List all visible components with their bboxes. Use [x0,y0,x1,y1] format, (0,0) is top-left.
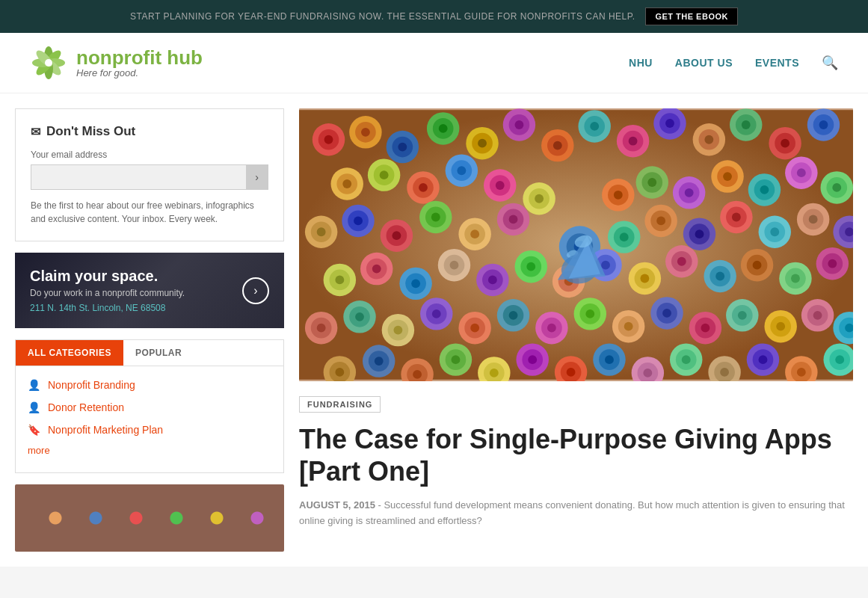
svg-point-262 [835,355,844,364]
svg-point-94 [832,183,841,192]
categories-more-link[interactable]: more [16,441,283,465]
claim-content: Claim your space. Do your work in a nonp… [30,268,269,313]
article-date: AUGUST 5, 2015 [299,499,375,511]
svg-point-100 [354,216,363,225]
dont-miss-widget: ✉ Don't Miss Out Your email address › Be… [15,108,284,241]
header: nonprofit hub Here for good. NHU ABOUT U… [0,33,868,93]
ebook-cta-button[interactable]: GET THE EBOOK [645,7,738,25]
tab-popular[interactable]: POPULAR [123,340,194,366]
svg-point-97 [317,227,326,236]
svg-point-12 [324,135,333,144]
svg-point-60 [419,183,428,192]
tab-all-categories[interactable]: ALL CATEGORIES [16,340,123,366]
svg-point-39 [665,119,674,128]
logo-icon [30,44,67,81]
svg-point-106 [431,213,440,222]
svg-point-130 [809,215,818,224]
svg-point-175 [828,259,837,268]
svg-point-259 [797,368,806,377]
svg-point-193 [509,311,518,320]
svg-point-181 [355,312,364,321]
svg-point-226 [375,357,384,366]
svg-point-121 [695,229,704,238]
svg-point-196 [547,324,556,333]
svg-point-127 [770,227,779,236]
sidebar: ✉ Don't Miss Out Your email address › Be… [15,108,284,552]
email-input[interactable] [31,166,246,189]
email-submit-button[interactable]: › [246,165,268,189]
category-label-nonprofit-branding: Nonprofit Branding [48,379,135,391]
svg-point-76 [614,191,623,200]
svg-point-148 [488,276,497,285]
logo-text: nonprofit hub Here for good. [76,48,203,78]
svg-point-217 [813,311,822,320]
svg-point-109 [470,229,479,238]
article-title: The Case for Single-Purpose Giving Apps … [299,423,853,487]
claim-space-banner[interactable]: Claim your space. Do your work in a nonp… [15,253,284,328]
svg-point-214 [776,322,785,331]
main-nav: NHU ABOUT US EVENTS 🔍 [629,55,838,71]
svg-point-151 [526,262,535,271]
svg-point-145 [450,261,459,270]
svg-point-157 [601,261,610,270]
svg-point-79 [647,178,656,187]
nav-item-about[interactable]: ABOUT US [675,57,733,69]
svg-point-190 [470,324,479,333]
svg-point-54 [342,179,351,188]
category-item-donor-retention[interactable]: 👤 Donor Retention [16,396,283,419]
svg-point-199 [585,309,594,318]
svg-point-88 [760,185,769,194]
svg-point-73 [535,194,544,203]
person-icon-2: 👤 [28,401,40,413]
svg-point-163 [677,257,686,266]
svg-point-232 [452,355,461,364]
svg-point-172 [791,274,800,283]
svg-point-82 [685,188,694,197]
category-item-marketing-plan[interactable]: 🔖 Nonprofit Marketing Plan [16,419,283,441]
svg-point-235 [490,369,499,377]
banner-text: START PLANNING FOR YEAR-END FUNDRAISING … [130,11,635,22]
svg-point-136 [335,276,344,285]
svg-point-91 [797,168,806,177]
svg-point-187 [432,309,441,318]
svg-point-238 [528,355,537,364]
email-input-row: › [31,164,268,190]
claim-address: 211 N. 14th St. Lincoln, NE 68508 [30,303,185,313]
svg-point-244 [605,355,614,364]
search-button[interactable]: 🔍 [822,55,838,71]
svg-point-18 [398,143,407,152]
category-label-marketing-plan: Nonprofit Marketing Plan [48,424,163,436]
svg-point-85 [723,172,732,181]
svg-point-178 [317,324,326,333]
pencil-preview [15,484,284,552]
logo-name: nonprofit hub [76,48,203,67]
tag-icon: 🔖 [28,424,40,436]
svg-point-24 [478,139,487,148]
svg-point-166 [715,272,724,281]
sidebar-bottom-image [15,484,284,552]
dont-miss-title: ✉ Don't Miss Out [31,124,268,139]
pencil-tips-image [299,108,853,381]
svg-point-103 [392,231,401,240]
svg-point-247 [643,369,652,377]
nav-item-nhu[interactable]: NHU [629,57,653,69]
svg-point-124 [732,213,741,222]
categories-list: 👤 Nonprofit Branding 👤 Donor Retention 🔖… [16,366,283,472]
claim-title: Claim your space. [30,268,185,285]
categories-tabs: ALL CATEGORIES POPULAR [16,340,283,366]
email-label: Your email address [31,150,268,160]
svg-point-66 [496,181,505,190]
claim-arrow-button[interactable]: › [242,277,269,304]
svg-point-21 [439,124,448,133]
article-tag[interactable]: FUNDRAISING [299,396,381,413]
svg-point-205 [662,309,671,318]
svg-point-250 [682,355,691,364]
nav-item-events[interactable]: EVENTS [755,57,799,69]
svg-point-30 [553,141,562,150]
svg-point-184 [393,326,402,335]
svg-point-15 [361,128,370,137]
svg-point-33 [590,122,599,131]
envelope-icon: ✉ [31,125,40,139]
content-area: FUNDRAISING The Case for Single-Purpose … [299,108,853,552]
category-item-nonprofit-branding[interactable]: 👤 Nonprofit Branding [16,374,283,396]
